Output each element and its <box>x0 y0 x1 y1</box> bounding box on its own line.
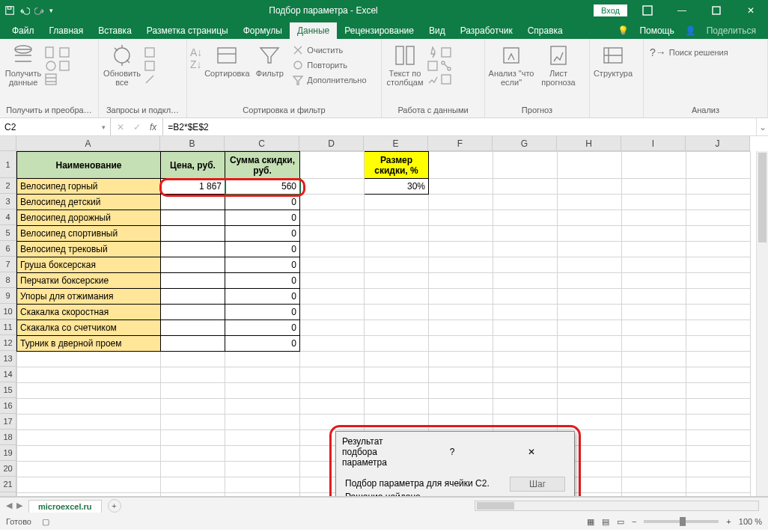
cell-H11[interactable] <box>558 320 622 336</box>
cell-I12[interactable] <box>622 336 686 352</box>
cell-E2[interactable]: 30% <box>365 179 429 195</box>
cell-B17[interactable] <box>161 415 225 430</box>
row-header-11[interactable]: 11 <box>0 319 16 335</box>
cell-A19[interactable] <box>17 446 161 462</box>
cell-I1[interactable] <box>622 152 686 179</box>
undo-icon[interactable] <box>19 5 30 16</box>
spreadsheet-grid[interactable]: ABCDEFGHIJ 12345678910111213141516171819… <box>0 136 768 497</box>
cell-G2[interactable] <box>493 179 558 195</box>
row-header-7[interactable]: 7 <box>0 257 16 272</box>
cell-B8[interactable] <box>161 273 225 289</box>
cell-J10[interactable] <box>686 305 751 320</box>
cell-E16[interactable] <box>365 399 429 415</box>
cell-H9[interactable] <box>558 289 622 305</box>
flash-fill-icon[interactable] <box>427 46 439 58</box>
cell-I4[interactable] <box>622 210 686 226</box>
cell-F10[interactable] <box>429 305 493 320</box>
cell-C18[interactable] <box>225 430 300 446</box>
cell-E14[interactable] <box>365 367 429 383</box>
cell-I15[interactable] <box>622 383 686 399</box>
row-header-14[interactable]: 14 <box>0 367 16 382</box>
cell-A1[interactable]: Наименование <box>17 152 161 179</box>
cell-C3[interactable]: 0 <box>225 195 300 210</box>
cell-D8[interactable] <box>300 273 365 289</box>
cell-B18[interactable] <box>161 430 225 446</box>
tab-view[interactable]: Вид <box>421 22 453 39</box>
cell-J13[interactable] <box>686 352 751 367</box>
cell-A8[interactable]: Перчатки боксерские <box>17 273 161 289</box>
solver-button[interactable]: ?→ Поиск решения <box>647 43 731 59</box>
cell-J17[interactable] <box>686 415 751 430</box>
cell-E10[interactable] <box>365 305 429 320</box>
cell-G15[interactable] <box>493 383 558 399</box>
edit-links-icon[interactable] <box>144 73 156 85</box>
select-all-corner[interactable] <box>0 136 16 151</box>
row-header-12[interactable]: 12 <box>0 335 16 351</box>
cell-B4[interactable] <box>161 210 225 226</box>
cell-D9[interactable] <box>300 289 365 305</box>
cell-C5[interactable]: 0 <box>225 226 300 242</box>
cell-A15[interactable] <box>17 383 161 399</box>
row-header-4[interactable]: 4 <box>0 210 16 225</box>
cell-A4[interactable]: Велосипед дорожный <box>17 210 161 226</box>
cell-C4[interactable]: 0 <box>225 210 300 226</box>
cell-F14[interactable] <box>429 367 493 383</box>
cell-F16[interactable] <box>429 399 493 415</box>
cell-B14[interactable] <box>161 367 225 383</box>
cell-C10[interactable]: 0 <box>225 305 300 320</box>
cell-E3[interactable] <box>365 195 429 210</box>
cell-B7[interactable] <box>161 257 225 273</box>
cell-B20[interactable] <box>161 462 225 477</box>
cell-A11[interactable]: Скакалка со счетчиком <box>17 320 161 336</box>
cell-E12[interactable] <box>365 336 429 352</box>
cell-D11[interactable] <box>300 320 365 336</box>
row-header-10[interactable]: 10 <box>0 304 16 319</box>
cell-J5[interactable] <box>686 226 751 242</box>
row-headers[interactable]: 12345678910111213141516171819202122 <box>0 151 16 497</box>
cell-D15[interactable] <box>300 383 365 399</box>
macro-record-icon[interactable]: ▢ <box>42 517 49 527</box>
cell-F17[interactable] <box>429 415 493 430</box>
cell-H14[interactable] <box>558 367 622 383</box>
row-header-6[interactable]: 6 <box>0 241 16 257</box>
cell-I3[interactable] <box>622 195 686 210</box>
dialog-close-icon[interactable]: ✕ <box>495 447 568 457</box>
view-normal-icon[interactable]: ▦ <box>587 517 594 527</box>
cell-J18[interactable] <box>686 430 751 446</box>
row-header-22[interactable]: 22 <box>0 492 16 497</box>
outline-button[interactable]: Структура <box>593 43 633 78</box>
cell-F5[interactable] <box>429 226 493 242</box>
tab-layout[interactable]: Разметка страницы <box>139 22 236 39</box>
cell-E17[interactable] <box>365 415 429 430</box>
cell-C21[interactable] <box>225 477 300 493</box>
refresh-all-button[interactable]: Обновить все <box>102 43 142 87</box>
col-header-E[interactable]: E <box>364 136 428 151</box>
cell-H7[interactable] <box>558 257 622 273</box>
tab-home[interactable]: Главная <box>42 22 91 39</box>
cell-J1[interactable] <box>686 152 751 179</box>
cell-H2[interactable] <box>558 179 622 195</box>
tell-me-label[interactable]: Помощь <box>632 22 681 39</box>
cell-I19[interactable] <box>622 446 686 462</box>
cell-D4[interactable] <box>300 210 365 226</box>
formula-bar[interactable]: =B2*$E$2 <box>163 118 756 135</box>
cell-H4[interactable] <box>558 210 622 226</box>
sheet-tab-active[interactable]: microexcel.ru <box>28 500 102 513</box>
cell-J19[interactable] <box>686 446 751 462</box>
cell-G14[interactable] <box>493 367 558 383</box>
cell-F12[interactable] <box>429 336 493 352</box>
cell-A17[interactable] <box>17 415 161 430</box>
cell-G6[interactable] <box>493 242 558 257</box>
zoom-out-icon[interactable]: − <box>632 517 636 526</box>
cell-E8[interactable] <box>365 273 429 289</box>
cell-G16[interactable] <box>493 399 558 415</box>
from-table-icon[interactable] <box>45 73 57 85</box>
cell-H8[interactable] <box>558 273 622 289</box>
data-validation-icon[interactable] <box>427 73 439 85</box>
cell-E13[interactable] <box>365 352 429 367</box>
cell-F13[interactable] <box>429 352 493 367</box>
cell-D5[interactable] <box>300 226 365 242</box>
tab-help[interactable]: Справка <box>520 22 570 39</box>
cell-J15[interactable] <box>686 383 751 399</box>
fx-icon[interactable]: fx <box>150 122 156 132</box>
